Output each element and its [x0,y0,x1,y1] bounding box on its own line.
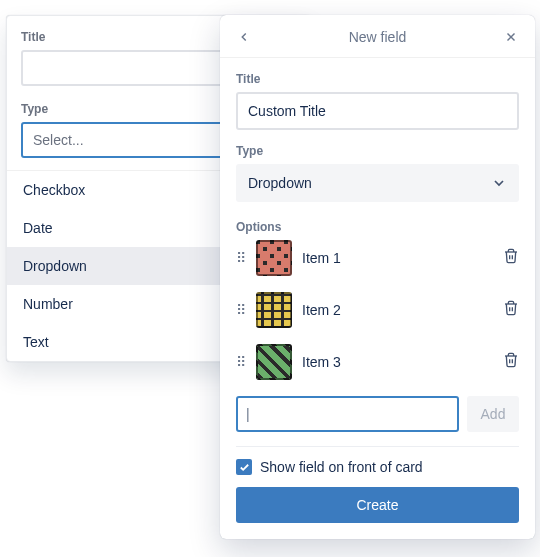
chevron-down-icon [491,175,507,191]
text-cursor: | [246,406,250,422]
chevron-left-icon [237,30,251,44]
color-swatch-red[interactable] [256,240,292,276]
modal-header: New field [220,15,535,58]
option-row: ⠿ Item 3 [236,344,519,380]
back-button[interactable] [234,27,254,47]
modal-body: Title Type Dropdown Options ⠿ Item 1 ⠿ I… [220,58,535,523]
drag-handle-icon[interactable]: ⠿ [236,303,246,317]
show-on-front-checkbox[interactable] [236,459,252,475]
close-button[interactable] [501,27,521,47]
type-select[interactable]: Dropdown [236,164,519,202]
add-option-row: | Add [236,396,519,432]
trash-icon [503,300,519,316]
options-label: Options [236,220,519,234]
divider [236,446,519,447]
color-swatch-green[interactable] [256,344,292,380]
trash-icon [503,352,519,368]
select-placeholder: Select... [33,132,84,148]
modal-type-label: Type [236,144,519,158]
type-value: Dropdown [248,175,312,191]
create-button[interactable]: Create [236,487,519,523]
show-on-front-label: Show field on front of card [260,459,423,475]
trash-icon [503,248,519,264]
delete-button[interactable] [503,248,519,268]
add-button[interactable]: Add [467,396,519,432]
option-label: Item 2 [302,302,493,318]
new-field-modal: New field Title Type Dropdown Options ⠿ … [220,15,535,539]
add-option-input[interactable]: | [236,396,459,432]
delete-button[interactable] [503,352,519,372]
option-row: ⠿ Item 1 [236,240,519,276]
color-swatch-yellow[interactable] [256,292,292,328]
option-label: Item 3 [302,354,493,370]
close-icon [504,30,518,44]
modal-title: New field [349,29,407,45]
option-row: ⠿ Item 2 [236,292,519,328]
modal-title-label: Title [236,72,519,86]
delete-button[interactable] [503,300,519,320]
option-label: Item 1 [302,250,493,266]
drag-handle-icon[interactable]: ⠿ [236,355,246,369]
drag-handle-icon[interactable]: ⠿ [236,251,246,265]
check-icon [239,462,250,473]
title-input[interactable] [236,92,519,130]
show-on-front-row: Show field on front of card [236,459,519,475]
